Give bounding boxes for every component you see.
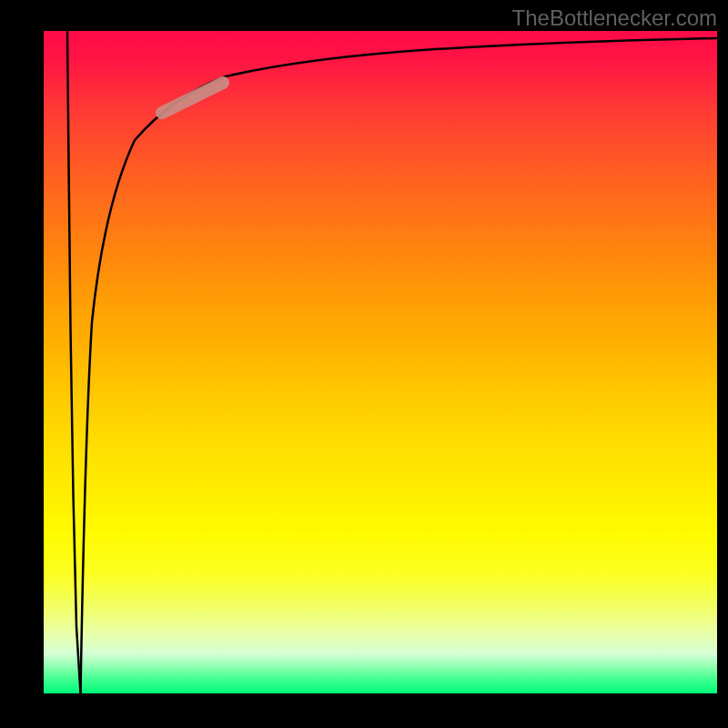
watermark-text: TheBottlenecker.com	[512, 5, 717, 31]
highlight-segment	[162, 83, 223, 113]
chart-svg	[44, 31, 717, 693]
curve-left-branch	[67, 31, 81, 693]
chart-plot-area	[44, 31, 717, 693]
curve-right-branch	[81, 38, 718, 693]
